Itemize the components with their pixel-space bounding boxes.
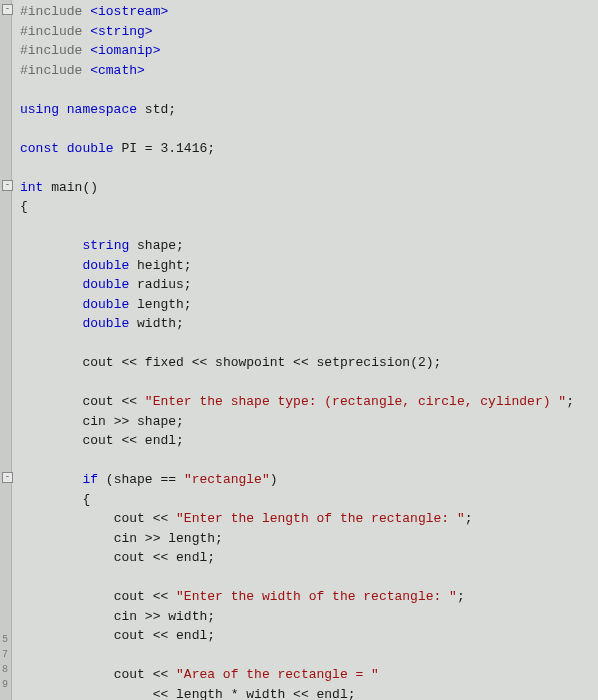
token-kw: double [82,297,137,312]
code-line[interactable]: cout << "Area of the rectangle = " [20,665,598,685]
token-ident: endl [176,628,207,643]
code-line[interactable]: cin >> length; [20,529,598,549]
token-ident: width [246,687,285,701]
token-kw: double [82,258,137,273]
token-punc: ); [426,355,442,370]
token-ident: shape [137,238,176,253]
token-punc: ( [410,355,418,370]
code-line[interactable]: cout << endl; [20,548,598,568]
fold-toggle-icon[interactable]: - [2,472,13,483]
code-line[interactable] [20,217,598,237]
code-line[interactable]: cout << "Enter the shape type: (rectangl… [20,392,598,412]
token-ident: cout [82,355,113,370]
code-line[interactable]: using namespace std; [20,100,598,120]
code-line[interactable] [20,568,598,588]
token-ident: cin [114,531,137,546]
code-line[interactable] [20,334,598,354]
token-ident: height [137,258,184,273]
code-line[interactable] [20,158,598,178]
code-lines: -#include <iostream>#include <string>#in… [0,0,598,700]
code-line[interactable]: #include <string> [20,22,598,42]
token-ident: endl [145,433,176,448]
token-punc: ; [566,394,574,409]
fold-toggle-icon[interactable]: - [2,180,13,191]
fold-toggle-icon[interactable]: - [2,4,13,15]
token-op: << [114,433,145,448]
code-line[interactable]: { [20,197,598,217]
code-line[interactable]: double width; [20,314,598,334]
token-ident: main [51,180,82,195]
token-op: << [145,511,176,526]
token-op: >> [137,531,168,546]
code-line[interactable]: -int main() [20,178,598,198]
code-line[interactable]: double radius; [20,275,598,295]
code-line[interactable]: #include <iomanip> [20,41,598,61]
code-line[interactable] [20,80,598,100]
code-line[interactable]: cout << endl; [20,431,598,451]
token-op: == [153,472,184,487]
token-punc: () [82,180,98,195]
code-line[interactable]: cin >> shape; [20,412,598,432]
code-line[interactable] [20,373,598,393]
code-line[interactable] [20,646,598,666]
gutter-line-numbers: 5789 [2,632,8,692]
token-punc: ; [348,687,356,701]
token-kw: const [20,141,67,156]
token-punc: ; [176,238,184,253]
line-number: 5 [2,632,8,647]
token-punc: ; [207,628,215,643]
token-op: << [145,589,176,604]
token-kw: namespace [67,102,145,117]
token-punc: ; [207,141,215,156]
token-pp: #include [20,63,90,78]
token-punc: ; [176,316,184,331]
token-op: << [145,687,176,701]
token-ident: PI [121,141,137,156]
token-ident: showpoint [215,355,285,370]
code-line[interactable]: cin >> width; [20,607,598,627]
code-line[interactable]: string shape; [20,236,598,256]
token-str: "Area of the rectangle = " [176,667,379,682]
code-line[interactable]: const double PI = 3.1416; [20,139,598,159]
token-str: "Enter the length of the rectangle: " [176,511,465,526]
token-ident: fixed [145,355,184,370]
code-editor[interactable]: -#include <iostream>#include <string>#in… [0,0,598,700]
token-ident: cout [114,550,145,565]
token-ident: cin [114,609,137,624]
token-op: << [145,628,176,643]
token-ident: length [168,531,215,546]
token-ident: shape [114,472,153,487]
token-num: 3.1416 [160,141,207,156]
token-punc: ; [176,414,184,429]
token-punc: ; [184,277,192,292]
token-ident: cout [82,394,113,409]
code-line[interactable] [20,119,598,139]
token-pp-angle: <iomanip> [90,43,160,58]
code-line[interactable]: -#include <iostream> [20,2,598,22]
code-line[interactable]: cout << endl; [20,626,598,646]
code-line[interactable] [20,451,598,471]
code-line[interactable]: cout << "Enter the length of the rectang… [20,509,598,529]
code-line[interactable]: { [20,490,598,510]
code-line[interactable]: cout << "Enter the width of the rectangl… [20,587,598,607]
code-line[interactable]: cout << fixed << showpoint << setprecisi… [20,353,598,373]
code-line[interactable]: << length * width << endl; [20,685,598,701]
token-kw: int [20,180,51,195]
token-punc: ; [215,531,223,546]
line-number: 9 [2,677,8,692]
code-line[interactable]: double height; [20,256,598,276]
token-str: "Enter the shape type: (rectangle, circl… [145,394,566,409]
token-ident: cout [114,589,145,604]
token-ident: cout [114,628,145,643]
code-line[interactable]: double length; [20,295,598,315]
token-type: string [82,238,137,253]
token-ident: cin [82,414,105,429]
token-op: << [285,355,316,370]
token-pp-angle: <cmath> [90,63,145,78]
token-punc: ; [168,102,176,117]
token-op: << [145,550,176,565]
token-kw: if [82,472,105,487]
token-ident: endl [317,687,348,701]
code-line[interactable]: #include <cmath> [20,61,598,81]
code-line[interactable]: - if (shape == "rectangle") [20,470,598,490]
